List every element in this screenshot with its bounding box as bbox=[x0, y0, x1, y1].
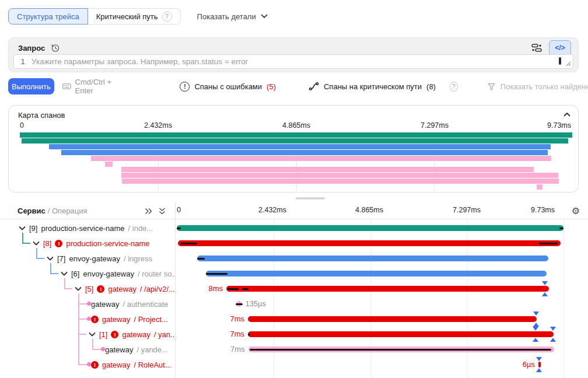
filter-found-toggle[interactable]: Показать только найденные bbox=[487, 82, 588, 91]
span-index: [8] bbox=[43, 239, 51, 248]
span-bar[interactable] bbox=[248, 331, 554, 337]
axis-tick: 0 bbox=[177, 206, 181, 214]
tree-row[interactable]: gateway/ yande... bbox=[0, 342, 175, 357]
query-toolbar: Выполнить Cmd/Ctrl + Enter ! Спаны с оши… bbox=[8, 78, 588, 94]
shortcut-hint: Cmd/Ctrl + Enter bbox=[62, 78, 120, 95]
tree-row[interactable]: gateway/ authenticate bbox=[0, 296, 175, 312]
duration-label: 6µs bbox=[500, 360, 535, 369]
critical-help-icon[interactable]: ? bbox=[450, 82, 458, 92]
mini-span-bar[interactable] bbox=[61, 150, 548, 155]
tree-header: Сервис / Операция bbox=[0, 203, 175, 219]
tab-critical-path[interactable]: Критический путь ? bbox=[88, 8, 181, 24]
query-title: Запрос bbox=[18, 44, 45, 52]
axis-tick: 2.432ms bbox=[258, 206, 286, 214]
line-number: 1 bbox=[14, 57, 32, 66]
span-bar[interactable] bbox=[178, 240, 561, 246]
error-spans-chip[interactable]: ! Спаны с ошибками (5) bbox=[180, 82, 276, 92]
span-bar[interactable] bbox=[538, 362, 541, 368]
self-time-segment bbox=[177, 228, 181, 229]
span-operation: / yan... bbox=[154, 330, 175, 339]
axis-tick: 9.73ms bbox=[547, 121, 571, 130]
run-button[interactable]: Выполнить bbox=[8, 78, 54, 94]
critical-path-marker bbox=[533, 338, 538, 342]
span-bar[interactable] bbox=[177, 225, 564, 231]
form-builder-toggle[interactable] bbox=[526, 40, 548, 56]
expand-chevron-icon[interactable] bbox=[19, 226, 26, 230]
span-service: gateway bbox=[108, 285, 136, 293]
tree-row[interactable]: [1]!gateway/ yan... bbox=[0, 327, 175, 342]
critical-spans-chip[interactable]: Спаны на критическом пути (8) bbox=[309, 82, 436, 91]
duration-label: 8ms bbox=[188, 284, 223, 293]
tab-trace-structure[interactable]: Структура трейса bbox=[8, 8, 88, 24]
self-time-segment bbox=[180, 243, 197, 244]
mini-span-bar[interactable] bbox=[105, 162, 113, 167]
self-time-segment bbox=[559, 228, 564, 229]
mini-span-bar[interactable] bbox=[49, 144, 551, 149]
axis-tick: 9.73ms bbox=[531, 206, 555, 214]
mini-span-bar[interactable] bbox=[22, 138, 568, 144]
duration-label: 135µs bbox=[245, 299, 266, 309]
span-operation: / authenticate bbox=[123, 300, 168, 309]
span-service: gateway bbox=[122, 330, 150, 339]
tree-row[interactable]: [8]!production-service-name bbox=[0, 236, 175, 251]
trace-table: Сервис / Операция 0 2.432ms 4.865ms 7.29… bbox=[0, 203, 588, 378]
timeline-axis: 0 2.432ms 4.865ms 7.297ms 9.73ms bbox=[175, 206, 588, 215]
critical-path-marker bbox=[533, 323, 539, 327]
query-mode-toggle: </> bbox=[526, 40, 571, 56]
span-bar[interactable] bbox=[206, 271, 547, 276]
tree-row[interactable]: !gateway/ Project... bbox=[0, 312, 175, 327]
query-input[interactable] bbox=[32, 57, 573, 66]
span-map-plot[interactable] bbox=[9, 132, 579, 191]
mini-span-bar[interactable] bbox=[122, 178, 558, 184]
code-editor-toggle[interactable]: </> bbox=[549, 40, 571, 56]
tree-row[interactable]: [5]!gateway/ /api/v2/... bbox=[0, 281, 175, 296]
span-bar[interactable] bbox=[197, 256, 548, 261]
resize-handle-icon[interactable] bbox=[566, 61, 571, 66]
span-map-axis: 0 2.432ms 4.865ms 7.297ms 9.73ms bbox=[9, 121, 578, 130]
collapse-chevron-icon[interactable] bbox=[564, 112, 570, 117]
expand-chevron-icon[interactable] bbox=[61, 271, 68, 276]
axis-tick: 7.297ms bbox=[453, 206, 481, 214]
span-service: gateway bbox=[102, 360, 130, 369]
expand-chevron-icon[interactable] bbox=[89, 332, 96, 337]
expand-chevron-icon[interactable] bbox=[75, 286, 82, 291]
timeline-gridline bbox=[564, 219, 564, 378]
show-details-dropdown[interactable]: Показать детали bbox=[197, 12, 268, 21]
expand-chevron-icon[interactable] bbox=[33, 241, 40, 246]
span-operation: / ingress bbox=[124, 254, 152, 263]
span-service: envoy-gateway bbox=[83, 270, 134, 278]
mini-span-bar[interactable] bbox=[91, 156, 551, 161]
mini-span-bar[interactable] bbox=[20, 132, 572, 138]
editor-scrollbar[interactable] bbox=[559, 57, 561, 65]
mini-span-bar[interactable] bbox=[537, 184, 542, 190]
tree-row[interactable]: [7]envoy-gateway/ ingress bbox=[0, 251, 175, 266]
self-time-segment bbox=[236, 303, 243, 305]
mini-span-bar[interactable] bbox=[121, 173, 558, 178]
query-editor[interactable]: 1 bbox=[13, 54, 573, 69]
duration-label: 7ms bbox=[210, 345, 245, 354]
trace-table-header: Сервис / Операция 0 2.432ms 4.865ms 7.29… bbox=[0, 203, 588, 219]
help-icon[interactable]: ? bbox=[162, 12, 172, 22]
axis-tick: 0 bbox=[20, 121, 24, 130]
self-time-segment bbox=[206, 273, 228, 275]
error-badge-icon: ! bbox=[91, 316, 99, 323]
critical-path-marker bbox=[542, 281, 548, 285]
mini-span-bar[interactable] bbox=[121, 167, 534, 172]
tree-row[interactable]: !gateway/ RoleAut... bbox=[0, 357, 175, 372]
collapse-all-icon[interactable] bbox=[159, 208, 166, 215]
history-icon[interactable] bbox=[51, 43, 60, 52]
settings-gear-icon[interactable]: ⚙ bbox=[572, 205, 580, 216]
funnel-icon bbox=[487, 82, 496, 91]
axis-tick: 2.432ms bbox=[144, 121, 172, 130]
panel-resize-handle[interactable] bbox=[296, 197, 325, 200]
tree-row[interactable]: [6]envoy-gateway/ router so... bbox=[0, 266, 175, 281]
span-service: gateway bbox=[102, 315, 130, 324]
expand-chevron-icon[interactable] bbox=[47, 256, 54, 261]
expand-all-icon[interactable] bbox=[145, 208, 153, 215]
span-index: [5] bbox=[85, 285, 93, 293]
chevron-down-icon bbox=[261, 14, 268, 19]
span-operation: / router so... bbox=[138, 270, 175, 278]
span-bar[interactable] bbox=[248, 316, 537, 322]
span-bar[interactable] bbox=[226, 286, 549, 292]
tree-row[interactable]: [9]production-service-name/ inde... bbox=[0, 220, 175, 236]
